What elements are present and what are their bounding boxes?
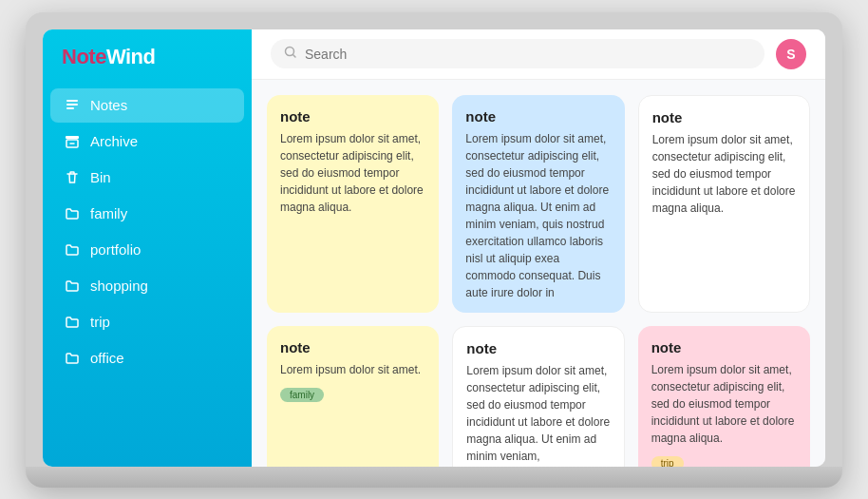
note-title-1: note <box>280 108 425 125</box>
sidebar-label-bin: Bin <box>90 169 111 185</box>
note-card-2[interactable]: note Lorem ipsum dolor sit amet, consect… <box>452 95 624 313</box>
svg-rect-2 <box>66 107 74 109</box>
sidebar-item-archive[interactable]: Archive <box>50 125 244 159</box>
note-body-4: Lorem ipsum dolor sit amet. <box>280 361 425 378</box>
note-card-3[interactable]: note Lorem ipsum dolor sit amet, consect… <box>638 95 810 313</box>
archive-icon <box>64 133 81 150</box>
search-icon <box>284 46 297 62</box>
logo-note: Note <box>62 45 106 68</box>
folder-family-icon <box>64 205 81 222</box>
notes-area: note Lorem ipsum dolor sit amet, consect… <box>252 80 825 467</box>
note-body-1: Lorem ipsum dolor sit amet, consectetur … <box>280 130 425 216</box>
search-bar[interactable] <box>271 39 764 68</box>
header: S <box>252 29 825 80</box>
sidebar-label-archive: Archive <box>90 133 138 149</box>
bin-icon <box>64 169 81 186</box>
sidebar-item-bin[interactable]: Bin <box>50 161 244 195</box>
note-body-6: Lorem ipsum dolor sit amet, consectetur … <box>651 361 797 447</box>
folder-office-icon <box>64 350 81 367</box>
sidebar-item-family[interactable]: family <box>50 197 244 231</box>
avatar[interactable]: S <box>776 39 806 69</box>
sidebar-item-shopping[interactable]: shopping <box>50 269 244 303</box>
folder-portfolio-icon <box>64 241 81 259</box>
app-logo: NoteWind <box>43 29 252 88</box>
note-body-5: Lorem ipsum dolor sit amet, consectetur … <box>466 362 610 465</box>
sidebar-item-notes[interactable]: Notes <box>50 88 244 123</box>
svg-rect-0 <box>66 100 78 102</box>
folder-shopping-icon <box>64 278 81 295</box>
note-card-5[interactable]: note Lorem ipsum dolor sit amet, consect… <box>452 326 624 467</box>
app-container: NoteWind Notes <box>43 29 825 467</box>
svg-rect-1 <box>66 104 78 106</box>
note-title-6: note <box>651 339 797 355</box>
svg-rect-3 <box>66 136 79 139</box>
note-body-3: Lorem ipsum dolor sit amet, consectetur … <box>652 131 796 217</box>
note-card-6[interactable]: note Lorem ipsum dolor sit amet, consect… <box>638 326 810 467</box>
sidebar-label-family: family <box>90 205 127 221</box>
sidebar-nav: Notes Archive <box>43 88 252 375</box>
sidebar-item-office[interactable]: office <box>50 341 244 375</box>
note-title-4: note <box>280 339 425 355</box>
sidebar-label-trip: trip <box>90 314 110 330</box>
notes-grid: note Lorem ipsum dolor sit amet, consect… <box>267 95 810 467</box>
search-input[interactable] <box>305 47 751 62</box>
sidebar-label-notes: Notes <box>90 97 127 113</box>
note-title-3: note <box>652 109 796 125</box>
sidebar-label-portfolio: portfolio <box>90 241 141 258</box>
laptop-frame: NoteWind Notes <box>26 12 842 488</box>
sidebar-label-office: office <box>90 350 124 366</box>
note-title-5: note <box>466 340 610 356</box>
sidebar-item-trip[interactable]: trip <box>50 305 244 339</box>
laptop-screen: NoteWind Notes <box>43 29 825 467</box>
note-tag-trip: trip <box>651 456 684 467</box>
main-content: S note Lorem ipsum dolor sit amet, conse… <box>252 29 825 467</box>
note-title-2: note <box>465 108 611 125</box>
note-tag-family: family <box>280 388 324 402</box>
note-body-2: Lorem ipsum dolor sit amet, consectetur … <box>465 130 611 301</box>
note-card-1[interactable]: note Lorem ipsum dolor sit amet, consect… <box>267 95 439 313</box>
folder-trip-icon <box>64 314 81 331</box>
laptop-base <box>26 467 842 488</box>
note-card-4[interactable]: note Lorem ipsum dolor sit amet. family <box>267 326 439 467</box>
sidebar-item-portfolio[interactable]: portfolio <box>50 233 244 267</box>
notes-icon <box>64 97 81 114</box>
sidebar: NoteWind Notes <box>43 29 252 467</box>
sidebar-label-shopping: shopping <box>90 278 148 294</box>
logo-wind: Wind <box>106 45 156 68</box>
